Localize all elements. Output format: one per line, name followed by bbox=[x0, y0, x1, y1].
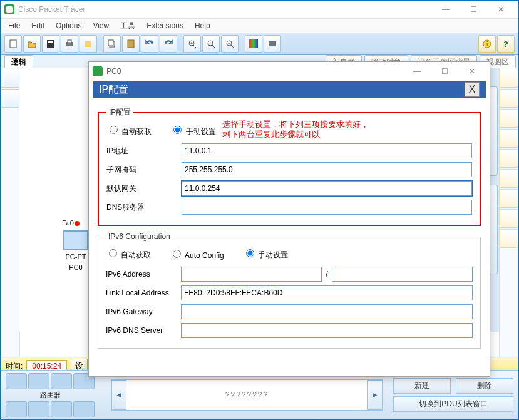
router-category[interactable]: 路由器 bbox=[6, 373, 95, 417]
dialog-titlebar[interactable]: PC0 — ☐ ✕ bbox=[89, 62, 490, 81]
open-file-icon[interactable] bbox=[23, 35, 41, 53]
delete-pdu-button[interactable]: 删除 bbox=[456, 378, 513, 394]
dialog-minimize-button[interactable]: — bbox=[403, 64, 431, 78]
svg-point-15 bbox=[208, 41, 213, 46]
hub-icon bbox=[28, 401, 49, 417]
dns-server-input[interactable] bbox=[182, 200, 472, 215]
svg-line-12 bbox=[193, 45, 196, 48]
subnet-mask-input[interactable] bbox=[182, 162, 472, 177]
subnet-mask-label: 子网掩码 bbox=[106, 165, 182, 175]
scroll-right-button[interactable]: ► bbox=[367, 380, 383, 410]
app-title: Cisco Packet Tracer bbox=[18, 5, 85, 14]
menu-options[interactable]: Options bbox=[56, 21, 81, 30]
topology-tool-icon[interactable] bbox=[1, 69, 19, 88]
ipv6-address-input[interactable] bbox=[181, 267, 322, 282]
ip-address-input[interactable] bbox=[182, 143, 472, 158]
ipv6-dns-label: IPv6 DNS Server bbox=[106, 326, 181, 335]
undo-icon[interactable] bbox=[141, 35, 158, 53]
ipv4-static-radio[interactable]: 手动设置 bbox=[170, 124, 215, 137]
new-file-icon[interactable] bbox=[4, 35, 22, 53]
instruction-annotation: 选择手动设置，将下列三项按要求填好， 剩下两台重复此步骤就可以 bbox=[222, 120, 369, 140]
ipv6-dhcp-radio[interactable]: 自动获取 bbox=[106, 247, 151, 260]
tab-logic[interactable]: 逻辑 bbox=[4, 55, 33, 69]
save-icon[interactable] bbox=[42, 35, 59, 53]
router-category-label: 路由器 bbox=[6, 391, 95, 400]
device-tool-icon[interactable] bbox=[1, 89, 19, 108]
palette-icon[interactable] bbox=[245, 35, 262, 53]
svg-rect-6 bbox=[68, 40, 71, 43]
minimize-button[interactable]: — bbox=[432, 3, 460, 16]
default-gateway-input[interactable] bbox=[182, 181, 472, 196]
device-dialog-icon[interactable] bbox=[264, 35, 281, 53]
annot-tool-8-icon[interactable] bbox=[500, 209, 518, 228]
device-model-scroller: ◄ ???????? ► bbox=[111, 379, 383, 411]
wizard-icon[interactable] bbox=[80, 35, 97, 53]
router2-icon bbox=[28, 373, 49, 389]
dialog-maximize-button[interactable]: ☐ bbox=[431, 64, 458, 78]
menu-tools[interactable]: 工具 bbox=[120, 21, 135, 31]
ipv6-gateway-label: IPv6 Gateway bbox=[106, 307, 181, 316]
menu-file[interactable]: File bbox=[8, 21, 20, 30]
device-picker-bar: 路由器 ◄ ???????? ► 新建 删除 切换到PDU列表窗口 bbox=[1, 370, 518, 419]
print-icon[interactable] bbox=[61, 35, 78, 53]
paste-icon[interactable] bbox=[122, 35, 140, 53]
dialog-app-icon bbox=[93, 66, 103, 76]
ipv4-legend: IP配置 bbox=[106, 107, 133, 118]
ipv6-gateway-input[interactable] bbox=[181, 304, 473, 319]
router-icon bbox=[6, 373, 27, 389]
zoom-in-icon[interactable] bbox=[183, 35, 201, 53]
close-button[interactable]: ✕ bbox=[487, 3, 515, 16]
device-model-placeholder: ???????? bbox=[126, 391, 367, 399]
annot-tool-7-icon[interactable] bbox=[500, 189, 518, 208]
menu-help[interactable]: Help bbox=[195, 21, 210, 30]
ipv6-static-radio[interactable]: 手动设置 bbox=[243, 247, 288, 260]
ip-panel-close-button[interactable]: X bbox=[465, 82, 480, 97]
info-icon[interactable]: i bbox=[478, 35, 496, 53]
svg-rect-35 bbox=[93, 66, 103, 76]
new-pdu-button[interactable]: 新建 bbox=[393, 378, 451, 394]
copy-icon[interactable] bbox=[103, 35, 121, 53]
generic-icon bbox=[73, 401, 95, 417]
zoom-reset-icon[interactable] bbox=[202, 35, 220, 53]
link-local-label: Link Local Address bbox=[106, 289, 181, 297]
dialog-title: PC0 bbox=[106, 67, 121, 76]
ipv6-prefix-input[interactable] bbox=[332, 267, 473, 282]
ipv6-dns-input[interactable] bbox=[181, 323, 473, 338]
annot-tool-3-icon[interactable] bbox=[500, 109, 518, 128]
maximize-button[interactable]: ☐ bbox=[460, 3, 487, 16]
main-toolbar: i ? bbox=[1, 33, 518, 55]
svg-rect-1 bbox=[6, 6, 13, 13]
menu-view[interactable]: View bbox=[93, 21, 109, 30]
menu-edit[interactable]: Edit bbox=[31, 21, 44, 30]
ipv4-dhcp-radio[interactable]: 自动获取 bbox=[106, 124, 152, 137]
annot-tool-1-icon[interactable] bbox=[500, 69, 518, 88]
ip-address-label: IP地址 bbox=[106, 146, 182, 156]
annot-tool-9-icon[interactable] bbox=[500, 229, 518, 248]
default-gateway-label: 默认网关 bbox=[106, 183, 182, 194]
ipv6-auto-radio[interactable]: Auto Config bbox=[170, 248, 224, 260]
svg-text:?: ? bbox=[503, 39, 508, 48]
help-icon[interactable]: ? bbox=[497, 35, 515, 53]
annot-tool-5-icon[interactable] bbox=[500, 149, 518, 168]
ipv6-prefix-slash: / bbox=[326, 270, 327, 279]
svg-text:i: i bbox=[486, 41, 488, 48]
link-local-input[interactable] bbox=[181, 285, 473, 300]
dialog-close-button[interactable]: ✕ bbox=[458, 64, 486, 78]
port-label: Fa0 bbox=[62, 219, 80, 227]
scroll-left-button[interactable]: ◄ bbox=[111, 380, 126, 410]
cloud-icon bbox=[51, 373, 72, 389]
svg-rect-20 bbox=[249, 39, 258, 48]
redo-icon[interactable] bbox=[160, 35, 177, 53]
menu-extensions[interactable]: Extensions bbox=[146, 21, 183, 30]
pc-icon bbox=[63, 230, 88, 250]
svg-rect-7 bbox=[85, 41, 91, 47]
svg-rect-2 bbox=[10, 40, 16, 48]
zoom-out-icon[interactable] bbox=[221, 35, 239, 53]
svg-rect-9 bbox=[108, 40, 113, 46]
svg-line-18 bbox=[231, 45, 234, 48]
switch-pdu-list-button[interactable]: 切换到PDU列表窗口 bbox=[393, 396, 513, 412]
annot-tool-2-icon[interactable] bbox=[500, 89, 518, 108]
annot-tool-4-icon[interactable] bbox=[500, 129, 518, 148]
annot-tool-6-icon[interactable] bbox=[500, 169, 518, 188]
app-icon bbox=[4, 4, 14, 14]
